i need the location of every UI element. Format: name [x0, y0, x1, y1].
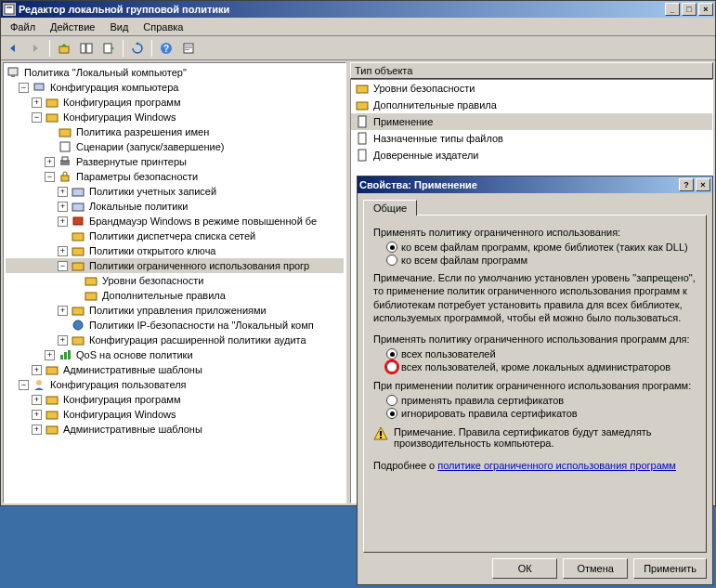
expand-icon[interactable]: +: [32, 98, 42, 108]
menu-action[interactable]: Действие: [43, 20, 102, 34]
properties-button[interactable]: [178, 38, 199, 59]
tree-local-pol[interactable]: + Локальные политики: [6, 199, 344, 214]
tree-ipsec[interactable]: Политики IP-безопасности на "Локальный к…: [6, 318, 344, 333]
list-item[interactable]: Доверенные издатели: [351, 147, 712, 163]
minimize-button[interactable]: _: [665, 3, 680, 16]
back-button[interactable]: [3, 38, 23, 59]
collapse-icon[interactable]: −: [19, 83, 29, 93]
radio-icon[interactable]: [386, 255, 397, 266]
expand-icon[interactable]: +: [45, 157, 55, 167]
tree-software-config[interactable]: + Конфигурация программ: [6, 95, 344, 110]
tree-root[interactable]: Политика "Локальный компьютер": [6, 65, 344, 80]
radio-opt1a[interactable]: ко всем файлам программ, кроме библиотек…: [386, 242, 696, 253]
svg-rect-32: [72, 337, 84, 345]
svg-rect-38: [46, 397, 58, 404]
up-button[interactable]: [54, 38, 74, 59]
radio-opt3b[interactable]: игнорировать правила сертификатов: [386, 408, 696, 419]
collapse-icon[interactable]: −: [58, 261, 68, 271]
expand-icon[interactable]: +: [58, 306, 68, 316]
tree-label: Параметры безопасности: [74, 171, 200, 182]
tree-panel[interactable]: Политика "Локальный компьютер" − Конфигу…: [3, 62, 346, 503]
tree-srp[interactable]: − Политики ограниченного использования п…: [6, 258, 344, 273]
tree-u-windows[interactable]: + Конфигурация Windows: [6, 407, 344, 422]
tree-account-pol[interactable]: + Политики учетных записей: [6, 184, 344, 199]
user-icon: [32, 377, 46, 392]
tree-pubkey[interactable]: + Политики открытого ключа: [6, 243, 344, 258]
folder-icon: [45, 362, 59, 377]
tree-u-admin[interactable]: + Административные шаблоны: [6, 422, 344, 437]
expand-icon[interactable]: +: [58, 202, 68, 212]
close-button[interactable]: ×: [698, 3, 713, 16]
export-button[interactable]: [98, 38, 119, 59]
refresh-button[interactable]: [127, 38, 148, 59]
radio-opt2b[interactable]: всех пользователей, кроме локальных адми…: [386, 361, 696, 372]
svg-rect-33: [60, 355, 63, 359]
radio-icon[interactable]: [386, 348, 397, 359]
maximize-button[interactable]: □: [682, 3, 696, 16]
expand-icon[interactable]: +: [32, 365, 42, 375]
tree-addrules[interactable]: Дополнительные правила: [6, 288, 344, 303]
tree-security[interactable]: − Параметры безопасности: [6, 169, 344, 184]
collapse-icon[interactable]: −: [32, 112, 42, 123]
ok-button[interactable]: ОК: [492, 558, 557, 579]
list-item[interactable]: Дополнительные правила: [351, 97, 712, 113]
menu-help[interactable]: Справка: [136, 20, 190, 34]
tree-nlm[interactable]: Политики диспетчера списка сетей: [6, 229, 344, 243]
list-item[interactable]: Назначенные типы файлов: [351, 130, 712, 147]
tree-admin-templ[interactable]: + Административные шаблоны: [6, 362, 344, 377]
tree-printers[interactable]: + Развернутые принтеры: [6, 154, 344, 169]
expand-icon[interactable]: +: [45, 350, 55, 360]
tree-seclevels[interactable]: Уровни безопасности: [6, 273, 344, 288]
security-icon: [58, 169, 72, 184]
tree-user-config[interactable]: − Конфигурация пользователя: [6, 377, 344, 392]
radio-icon[interactable]: [386, 242, 397, 253]
tree-windows-config[interactable]: − Конфигурация Windows: [6, 110, 344, 124]
radio-opt2a[interactable]: всех пользователей: [386, 348, 696, 359]
radio-opt3a[interactable]: применять правила сертификатов: [386, 395, 696, 406]
svg-rect-4: [86, 44, 92, 53]
show-hide-tree-button[interactable]: [76, 38, 97, 59]
tree-name-res[interactable]: Политика разрешения имен: [6, 124, 344, 139]
list-item[interactable]: Уровни безопасности: [351, 80, 712, 97]
radio-icon[interactable]: [386, 395, 397, 406]
expand-icon[interactable]: +: [58, 335, 68, 346]
tree-label: Конфигурация компьютера: [48, 82, 180, 93]
apply-button[interactable]: Применить: [633, 558, 707, 579]
tree-comp-config[interactable]: − Конфигурация компьютера: [6, 80, 344, 95]
tab-general[interactable]: Общие: [363, 200, 417, 216]
menu-view[interactable]: Вид: [102, 20, 136, 34]
svg-rect-41: [357, 85, 368, 93]
radio-icon[interactable]: [386, 408, 397, 419]
expand-icon[interactable]: +: [58, 187, 68, 197]
tree-label: Политика "Локальный компьютер": [22, 67, 189, 78]
radio-icon[interactable]: [386, 361, 397, 372]
tree-advaudit[interactable]: + Конфигурация расширенной политики ауди…: [6, 333, 344, 347]
expand-icon[interactable]: +: [32, 425, 42, 435]
tree-label: Конфигурация пользователя: [48, 379, 189, 390]
collapse-icon[interactable]: −: [45, 172, 55, 182]
radio-label: игнорировать правила сертификатов: [401, 408, 578, 419]
tree-firewall[interactable]: + Брандмауэр Windows в режиме повышенной…: [6, 214, 344, 229]
svg-rect-12: [8, 68, 18, 75]
tree-scripts[interactable]: Сценарии (запуск/завершение): [6, 139, 344, 154]
help-button[interactable]: ?: [679, 178, 694, 191]
help-button[interactable]: ?: [156, 38, 176, 59]
radio-opt1b[interactable]: ко всем файлам программ: [386, 255, 696, 266]
list-item[interactable]: Применение: [351, 113, 712, 130]
menu-file[interactable]: Файл: [3, 20, 43, 34]
page-icon: [355, 114, 370, 129]
tree-label: Локальные политики: [87, 201, 189, 212]
close-button[interactable]: ×: [696, 178, 710, 191]
more-link[interactable]: политике ограниченного использования про…: [437, 460, 676, 471]
collapse-icon[interactable]: −: [19, 380, 29, 390]
forward-button[interactable]: [25, 38, 46, 59]
expand-icon[interactable]: +: [32, 395, 42, 405]
list-header[interactable]: Тип объекта: [350, 62, 713, 79]
tree-appctrl[interactable]: + Политики управления приложениями: [6, 303, 344, 318]
tree-qos[interactable]: + QoS на основе политики: [6, 347, 344, 362]
expand-icon[interactable]: +: [58, 216, 68, 227]
tree-u-software[interactable]: + Конфигурация программ: [6, 392, 344, 407]
cancel-button[interactable]: Отмена: [563, 558, 628, 579]
expand-icon[interactable]: +: [32, 410, 42, 420]
expand-icon[interactable]: +: [58, 246, 68, 256]
